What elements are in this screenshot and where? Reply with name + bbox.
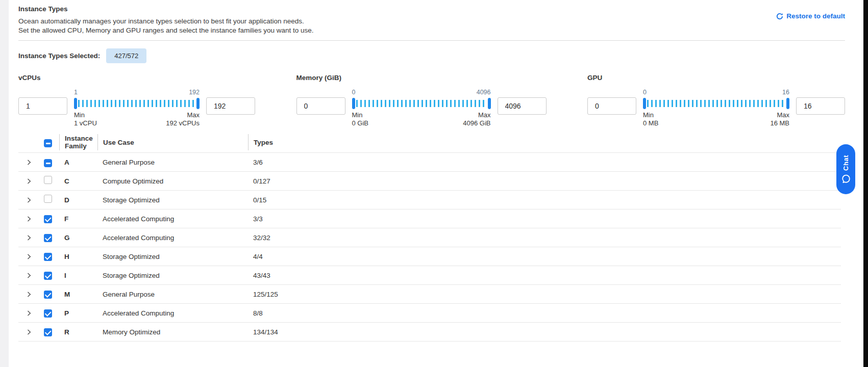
- description-line-2: Set the allowed CPU, Memory and GPU rang…: [18, 26, 845, 35]
- chevron-right-icon: [26, 329, 32, 335]
- expand-row-control[interactable]: [26, 291, 44, 298]
- slider-group: vCPUs 1 192 Min 1 vCPU: [18, 74, 255, 127]
- range-min-label: 1: [74, 89, 78, 97]
- min-caption: Min: [643, 111, 658, 119]
- max-caption: Max: [478, 111, 491, 119]
- refresh-icon: [776, 13, 783, 20]
- table-row[interactable]: I Storage Optimized 43/43: [18, 266, 841, 284]
- table-row[interactable]: P Accelerated Computing 8/8: [18, 303, 841, 322]
- table-row[interactable]: M General Purpose 125/125: [18, 284, 841, 303]
- use-case-cell: Accelerated Computing: [103, 215, 253, 223]
- use-case-cell: Accelerated Computing: [103, 309, 253, 317]
- slider-track[interactable]: [74, 97, 200, 110]
- table-row[interactable]: G Accelerated Computing 32/32: [18, 228, 841, 247]
- expand-row-control[interactable]: [26, 197, 44, 203]
- table-row[interactable]: H Storage Optimized 4/4: [18, 247, 841, 266]
- row-checkbox[interactable]: [44, 234, 52, 242]
- max-value-input[interactable]: [498, 97, 547, 115]
- chat-button-label: Chat: [842, 155, 850, 171]
- range-max-label: 192: [189, 89, 200, 97]
- instance-family-cell: G: [64, 234, 103, 242]
- types-cell: 0/127: [253, 177, 841, 185]
- row-checkbox[interactable]: [44, 195, 52, 203]
- use-case-cell: Accelerated Computing: [103, 234, 253, 242]
- expand-row-control[interactable]: [26, 159, 44, 166]
- row-checkbox[interactable]: [44, 253, 52, 261]
- slider-label: GPU: [587, 74, 845, 82]
- chevron-right-icon: [26, 253, 32, 260]
- page-title: Instance Types: [18, 5, 845, 13]
- slider-ticks: [647, 100, 785, 107]
- table-row[interactable]: R Memory Optimized 134/134: [18, 322, 841, 341]
- use-case-cell: Memory Optimized: [103, 328, 253, 336]
- chat-bubble-icon: [841, 174, 851, 184]
- restore-to-default-button[interactable]: Restore to default: [776, 12, 845, 20]
- slider-min-handle[interactable]: [352, 98, 355, 109]
- slider-track[interactable]: [352, 97, 491, 110]
- row-checkbox[interactable]: [44, 215, 52, 223]
- max-sub-caption: 16 MB: [770, 119, 789, 127]
- use-case-cell: General Purpose: [103, 291, 253, 298]
- slider-track[interactable]: [643, 97, 789, 110]
- expand-row-control[interactable]: [26, 178, 44, 185]
- types-cell: 4/4: [253, 253, 841, 260]
- min-sub-caption: 1 vCPU: [74, 119, 97, 127]
- use-case-cell: Storage Optimized: [103, 253, 253, 260]
- slider-max-handle[interactable]: [786, 98, 789, 109]
- table-row[interactable]: F Accelerated Computing 3/3: [18, 209, 841, 228]
- slider-min-handle[interactable]: [74, 98, 77, 109]
- max-value-input[interactable]: [206, 97, 255, 115]
- table-row[interactable]: C Compute Optimized 0/127: [18, 171, 841, 190]
- min-sub-caption: 0 MB: [643, 119, 658, 127]
- select-all-checkbox[interactable]: [44, 139, 52, 147]
- row-checkbox[interactable]: [44, 328, 52, 336]
- expand-row-control[interactable]: [26, 253, 44, 260]
- expand-row-control[interactable]: [26, 234, 44, 241]
- slider-ticks: [356, 100, 487, 107]
- max-sub-caption: 192 vCPUs: [166, 119, 200, 127]
- slider-min-handle[interactable]: [643, 98, 646, 109]
- expand-row-control[interactable]: [26, 329, 44, 335]
- slider-label: Memory (GiB): [296, 74, 547, 82]
- min-value-input[interactable]: [18, 97, 67, 115]
- table-row[interactable]: D Storage Optimized 0/15: [18, 190, 841, 209]
- expand-row-control[interactable]: [26, 216, 44, 222]
- row-checkbox[interactable]: [44, 272, 52, 280]
- types-cell: 125/125: [253, 291, 841, 298]
- instance-family-cell: I: [64, 272, 103, 279]
- restore-label: Restore to default: [786, 12, 845, 20]
- slider-group: GPU 0 16 Min 0 MB: [587, 74, 845, 127]
- instance-types-panel: Instance Types Ocean automatically manag…: [18, 0, 845, 342]
- chat-button[interactable]: Chat: [836, 144, 855, 194]
- slider-max-handle[interactable]: [488, 98, 491, 109]
- use-case-cell: Storage Optimized: [103, 196, 253, 204]
- column-header-instance-family: Instance Family: [59, 134, 103, 150]
- instance-family-cell: H: [64, 253, 103, 260]
- chevron-right-icon: [26, 197, 32, 203]
- range-sliders: vCPUs 1 192 Min 1 vCPU: [18, 74, 845, 127]
- types-cell: 3/6: [253, 159, 841, 166]
- instance-family-cell: M: [64, 291, 103, 298]
- slider-max-handle[interactable]: [196, 98, 200, 109]
- min-value-input[interactable]: [296, 97, 345, 115]
- min-caption: Min: [74, 111, 97, 119]
- row-checkbox[interactable]: [44, 309, 52, 318]
- slider-label: vCPUs: [18, 74, 255, 82]
- row-checkbox[interactable]: [44, 291, 52, 299]
- max-value-input[interactable]: [796, 97, 845, 115]
- slider-group: Memory (GiB) 0 4096 Min 0 GiB: [296, 74, 547, 127]
- right-edge-scrollbar[interactable]: [863, 0, 868, 367]
- description-line-1: Ocean automatically manages your instanc…: [18, 17, 845, 26]
- table-row[interactable]: A General Purpose 3/6: [18, 152, 841, 171]
- instance-family-cell: P: [64, 309, 103, 317]
- expand-row-control[interactable]: [26, 272, 44, 279]
- row-checkbox[interactable]: [44, 176, 52, 184]
- instance-family-table: Instance Family Use Case Types A General…: [18, 134, 841, 342]
- min-caption: Min: [352, 111, 369, 119]
- chevron-right-icon: [26, 159, 32, 166]
- chevron-right-icon: [26, 272, 32, 279]
- row-checkbox[interactable]: [44, 159, 52, 167]
- types-cell: 43/43: [253, 272, 841, 279]
- expand-row-control[interactable]: [26, 310, 44, 317]
- min-value-input[interactable]: [587, 97, 636, 115]
